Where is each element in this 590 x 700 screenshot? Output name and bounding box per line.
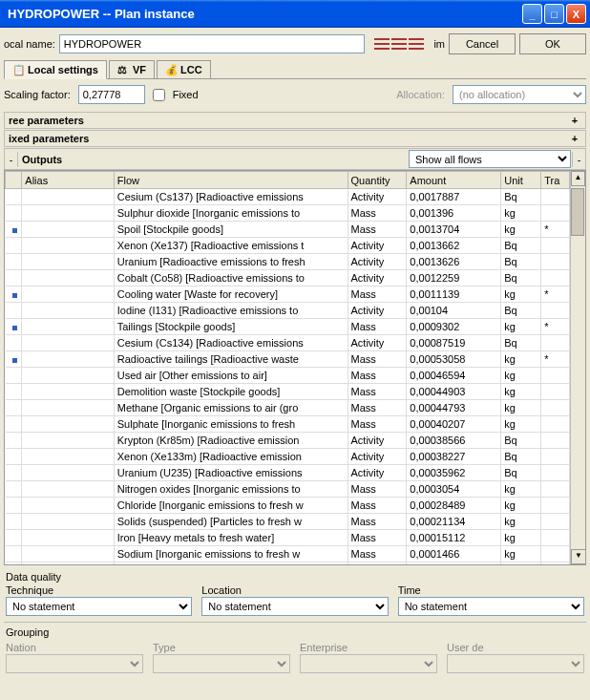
table-row[interactable]: Sulphur dioxide [Inorganic emissions toM… (6, 205, 570, 222)
data-quality-label: Data quality (4, 569, 586, 584)
col-alias[interactable]: Alias (22, 172, 114, 189)
scaling-input[interactable] (78, 85, 145, 104)
table-row[interactable]: Uranium [Radioactive emissions to freshA… (6, 254, 570, 270)
scroll-down-button[interactable]: ▼ (571, 549, 586, 564)
vf-icon: ⚖ (117, 64, 129, 75)
enterprise-label: Enterprise (300, 642, 437, 653)
col-unit[interactable]: Unit (501, 172, 541, 189)
table-row[interactable]: Sodium [Inorganic emissions to fresh wMa… (6, 546, 570, 562)
row-marker-icon (12, 358, 17, 363)
vertical-scrollbar[interactable]: ▲ ▼ (570, 171, 585, 564)
tab-lcc[interactable]: 💰 LCC (157, 60, 211, 78)
outputs-label: Outputs (18, 152, 408, 167)
expand-icon[interactable]: + (568, 115, 581, 126)
table-row[interactable]: Cesium (Cs134) [Radioactive emissionsAct… (6, 335, 570, 351)
col-tr[interactable]: Tra (541, 172, 570, 189)
fixed-params-header[interactable]: ixed parameters + (4, 130, 586, 147)
table-row[interactable]: Xenon (Xe133m) [Radioactive emissionActi… (6, 449, 570, 465)
table-row[interactable]: Cobalt (Co60) [Radioactive emissions toA… (6, 562, 570, 565)
table-row[interactable]: Spoil [Stockpile goods]Mass0,0013704kg* (6, 222, 570, 238)
table-row[interactable]: Uranium (U235) [Radioactive emissionsAct… (6, 465, 570, 481)
type-select (153, 654, 290, 673)
user-select (447, 654, 584, 673)
col-quantity[interactable]: Quantity (348, 172, 407, 189)
expand-icon[interactable]: + (568, 133, 581, 144)
table-row[interactable]: Krypton (Kr85m) [Radioactive emissionAct… (6, 433, 570, 449)
row-marker-icon (12, 293, 17, 298)
table-row[interactable]: Used air [Other emissions to air]Mass0,0… (6, 368, 570, 384)
settings-icon: 📋 (12, 64, 24, 75)
table-row[interactable]: Tailings [Stockpile goods]Mass0,0009302k… (6, 319, 570, 335)
local-name-input[interactable] (59, 34, 366, 53)
scaling-label: Scaling factor: (4, 89, 71, 100)
close-button[interactable]: X (566, 4, 586, 24)
tab-vf[interactable]: ⚖ VF (109, 60, 155, 78)
type-label: Type (153, 642, 290, 653)
row-marker-icon (12, 326, 17, 330)
table-row[interactable]: Cooling water [Waste for recovery]Mass0,… (6, 286, 570, 303)
fixed-label: Fixed (173, 89, 199, 100)
ok-button[interactable]: OK (519, 33, 586, 54)
local-name-label: ocal name: (4, 38, 55, 50)
col-flow[interactable]: Flow (114, 172, 348, 189)
lcc-icon: 💰 (165, 64, 177, 75)
align-icon-2[interactable] (391, 37, 407, 51)
table-row[interactable]: Methane [Organic emissions to air (groMa… (6, 400, 570, 416)
scroll-up-button[interactable]: ▲ (571, 171, 585, 186)
table-row[interactable]: Sulphate [Inorganic emissions to freshMa… (6, 416, 570, 433)
technique-label: Technique (6, 584, 192, 596)
scroll-thumb[interactable] (571, 188, 584, 236)
fixed-checkbox[interactable] (153, 89, 165, 101)
table-row[interactable]: Iodine (I131) [Radioactive emissions toA… (6, 303, 570, 319)
table-row[interactable]: Nitrogen oxides [Inorganic emissions toM… (6, 481, 570, 498)
table-row[interactable]: Cobalt (Co58) [Radioactive emissions toA… (6, 270, 570, 286)
window-title: HYDROPOWER -- Plan instance (4, 7, 522, 21)
cancel-button[interactable]: Cancel (449, 33, 516, 54)
tab-local-settings[interactable]: 📋 Local settings (4, 60, 107, 79)
table-row[interactable]: Iron [Heavy metals to fresh water]Mass0,… (6, 530, 570, 546)
row-marker-icon (12, 228, 17, 233)
location-label: Location (201, 584, 388, 596)
technique-select[interactable]: No statement (6, 597, 192, 616)
table-row[interactable]: Solids (suspended) [Particles to fresh w… (6, 514, 570, 530)
nation-select (6, 654, 143, 673)
im-label: im (433, 38, 445, 50)
section-minus-button[interactable]: - (572, 152, 585, 167)
enterprise-select (300, 654, 437, 673)
maximize-button[interactable]: □ (544, 4, 564, 24)
align-icon-3[interactable] (409, 37, 424, 51)
table-row[interactable]: Chloride [Inorganic emissions to fresh w… (6, 498, 570, 514)
free-params-header[interactable]: ree parameters + (4, 112, 586, 129)
table-row[interactable]: Demolition waste [Stockpile goods]Mass0,… (6, 384, 570, 400)
align-icon-1[interactable] (374, 37, 390, 51)
user-label: User de (447, 642, 584, 653)
flow-filter-select[interactable]: Show all flows (409, 150, 571, 168)
collapse-icon[interactable]: - (5, 152, 18, 167)
nation-label: Nation (6, 642, 143, 653)
table-row[interactable]: Radioactive tailings [Radioactive wasteM… (6, 351, 570, 368)
time-label: Time (398, 584, 584, 596)
col-marker[interactable] (6, 172, 22, 189)
minimize-button[interactable]: _ (522, 4, 542, 24)
col-amount[interactable]: Amount (407, 172, 501, 189)
outputs-table: Alias Flow Quantity Amount Unit Tra Cesi… (5, 171, 570, 564)
allocation-select[interactable]: (no allocation) (453, 85, 586, 104)
table-row[interactable]: Xenon (Xe137) [Radioactive emissions tAc… (6, 238, 570, 254)
location-select[interactable]: No statement (201, 597, 388, 616)
time-select[interactable]: No statement (398, 597, 584, 616)
window-titlebar: HYDROPOWER -- Plan instance _ □ X (0, 0, 590, 28)
table-row[interactable]: Cesium (Cs137) [Radioactive emissionsAct… (6, 189, 570, 205)
allocation-label: Allocation: (396, 89, 445, 100)
grouping-label: Grouping (4, 625, 586, 640)
